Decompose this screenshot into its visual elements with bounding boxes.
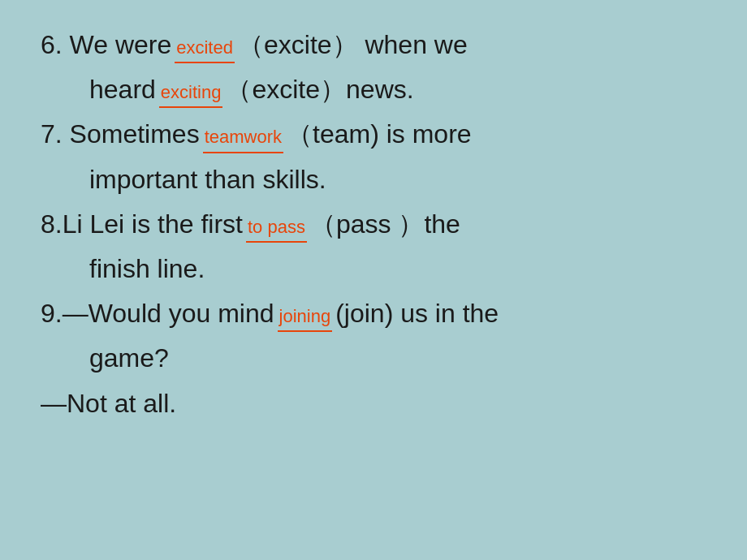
sentence-8-cont: finish line. xyxy=(41,248,706,290)
sentence-8-part2: （pass ）the xyxy=(310,204,460,245)
sentence-8-number: 8.Li Lei is the first xyxy=(41,204,243,245)
sentence-8: 8.Li Lei is the first to pass（pass ）the xyxy=(41,204,706,245)
sentence-6-number: 6. We were xyxy=(41,24,171,66)
answer-exciting: exciting xyxy=(159,78,223,108)
sentence-6-cont-text1: heard xyxy=(89,69,156,110)
answer-joining: joining xyxy=(278,302,333,332)
sentence-7-cont-text: important than skills. xyxy=(89,159,326,200)
sentence-7: 7. Sometimes teamwork（team) is more xyxy=(41,114,706,155)
sentence-6-cont: heard exciting（excite）news. xyxy=(41,69,706,110)
sentence-6-part2: （excite） when we xyxy=(238,24,468,66)
sentence-6-cont-text2: （excite）news. xyxy=(226,69,413,110)
sentence-7-cont: important than skills. xyxy=(41,159,706,200)
main-content: 6. We were excited（excite） when we heard… xyxy=(0,0,747,452)
response-text: —Not at all. xyxy=(41,383,176,424)
sentence-9-part2: (join) us in the xyxy=(335,293,499,334)
sentence-9-response: —Not at all. xyxy=(41,383,706,424)
sentence-9: 9.—Would you mind joining(join) us in th… xyxy=(41,293,706,334)
answer-to-pass: to pass xyxy=(246,213,307,243)
sentence-9-cont-text: game? xyxy=(89,338,169,379)
sentence-9-cont: game? xyxy=(41,338,706,379)
sentence-7-number: 7. Sometimes xyxy=(41,114,200,155)
sentence-6: 6. We were excited（excite） when we xyxy=(41,24,706,66)
answer-teamwork: teamwork xyxy=(203,123,283,153)
sentence-8-cont-text: finish line. xyxy=(89,248,205,290)
sentence-7-part2: （team) is more xyxy=(287,114,472,155)
sentence-9-number: 9.—Would you mind xyxy=(41,293,274,334)
answer-excited: excited xyxy=(175,33,235,63)
